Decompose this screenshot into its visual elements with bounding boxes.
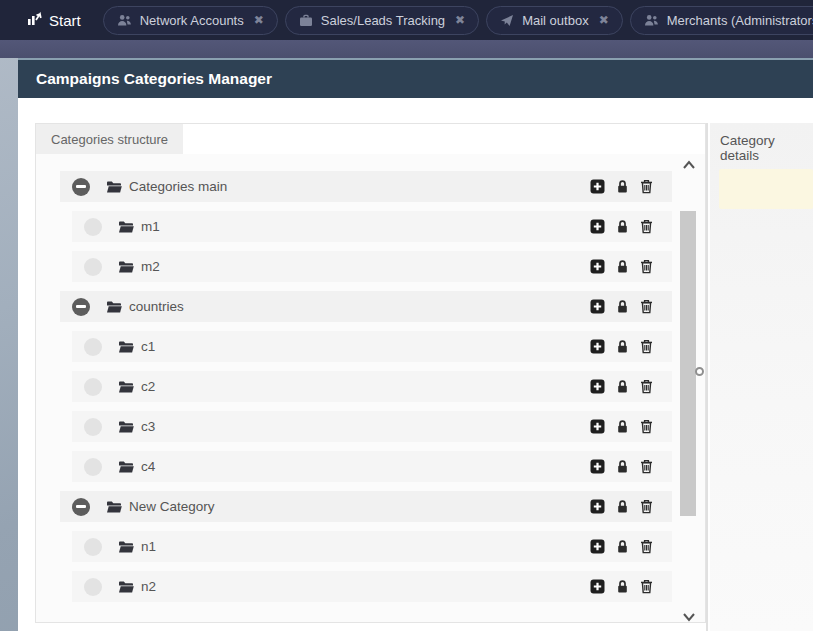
delete-icon[interactable] <box>640 179 653 194</box>
start-button[interactable]: Start <box>27 11 81 29</box>
folder-icon <box>106 500 122 514</box>
campaigns-categories-window: Campaigns Categories Manager Categories … <box>18 58 813 631</box>
add-subcategory-icon[interactable] <box>590 539 605 554</box>
folder-icon <box>118 540 134 554</box>
leaf-placeholder-icon <box>84 458 102 476</box>
row-actions <box>590 379 672 394</box>
add-subcategory-icon[interactable] <box>590 579 605 594</box>
category-label[interactable]: n2 <box>141 579 156 594</box>
tree-row: Categories main <box>60 171 672 202</box>
row-actions <box>590 419 672 434</box>
leaf-placeholder-icon <box>84 578 102 596</box>
add-subcategory-icon[interactable] <box>590 339 605 354</box>
leaf-placeholder-icon <box>84 258 102 276</box>
delete-icon[interactable] <box>640 339 653 354</box>
tab-categories-structure[interactable]: Categories structure <box>36 124 183 154</box>
category-label[interactable]: c4 <box>141 459 155 474</box>
delete-icon[interactable] <box>640 259 653 274</box>
category-label[interactable]: m1 <box>141 219 160 234</box>
send-icon <box>500 14 514 27</box>
taskbar-tab[interactable]: Sales/Leads Tracking✖ <box>285 6 479 35</box>
scrollbar-thumb[interactable] <box>680 211 696 516</box>
lock-icon[interactable] <box>616 579 629 594</box>
folder-icon <box>106 180 122 194</box>
category-label[interactable]: Categories main <box>129 179 227 194</box>
scrollbar-up-icon[interactable] <box>682 156 696 166</box>
lock-icon[interactable] <box>616 179 629 194</box>
category-label[interactable]: countries <box>129 299 184 314</box>
folder-icon <box>118 340 134 354</box>
row-actions <box>590 179 672 194</box>
add-subcategory-icon[interactable] <box>590 419 605 434</box>
leaf-placeholder-icon <box>84 538 102 556</box>
tree-row: c2 <box>72 371 672 402</box>
leaf-placeholder-icon <box>84 338 102 356</box>
category-label[interactable]: m2 <box>141 259 160 274</box>
categories-structure-panel: Categories structure Categories main <box>35 123 706 623</box>
taskbar-tab[interactable]: Merchants (Administrators)✖ <box>630 6 813 35</box>
add-subcategory-icon[interactable] <box>590 299 605 314</box>
tree-row: m2 <box>72 251 672 282</box>
folder-icon <box>118 380 134 394</box>
delete-icon[interactable] <box>640 499 653 514</box>
delete-icon[interactable] <box>640 379 653 394</box>
row-actions <box>590 579 672 594</box>
folder-icon <box>106 300 122 314</box>
lock-icon[interactable] <box>616 499 629 514</box>
category-label[interactable]: c1 <box>141 339 155 354</box>
add-subcategory-icon[interactable] <box>590 219 605 234</box>
tab-label: Categories structure <box>51 132 168 147</box>
lock-icon[interactable] <box>616 299 629 314</box>
leaf-placeholder-icon <box>84 218 102 236</box>
delete-icon[interactable] <box>640 219 653 234</box>
lock-icon[interactable] <box>616 259 629 274</box>
add-subcategory-icon[interactable] <box>590 459 605 474</box>
window-header[interactable]: Campaigns Categories Manager <box>18 60 813 98</box>
collapse-toggle[interactable] <box>72 298 90 316</box>
tree-row: countries <box>60 291 672 322</box>
window-title: Campaigns Categories Manager <box>36 70 272 88</box>
delete-icon[interactable] <box>640 419 653 434</box>
taskbar-tab[interactable]: Network Accounts✖ <box>103 6 278 35</box>
folder-icon <box>118 580 134 594</box>
add-subcategory-icon[interactable] <box>590 499 605 514</box>
category-details-placeholder <box>719 169 813 209</box>
add-subcategory-icon[interactable] <box>590 379 605 394</box>
leaf-placeholder-icon <box>84 378 102 396</box>
category-label[interactable]: New Category <box>129 499 215 514</box>
close-icon[interactable]: ✖ <box>599 13 609 27</box>
lock-icon[interactable] <box>616 539 629 554</box>
lock-icon[interactable] <box>616 419 629 434</box>
lock-icon[interactable] <box>616 459 629 474</box>
category-label[interactable]: n1 <box>141 539 156 554</box>
tree-row: m1 <box>72 211 672 242</box>
folder-icon <box>118 420 134 434</box>
delete-icon[interactable] <box>640 579 653 594</box>
delete-icon[interactable] <box>640 459 653 474</box>
start-chart-icon <box>27 11 42 29</box>
tree-row: New Category <box>60 491 672 522</box>
close-icon[interactable]: ✖ <box>455 13 465 27</box>
close-icon[interactable]: ✖ <box>254 13 264 27</box>
tree-row: c4 <box>72 451 672 482</box>
delete-icon[interactable] <box>640 299 653 314</box>
category-label[interactable]: c3 <box>141 419 155 434</box>
lock-icon[interactable] <box>616 379 629 394</box>
add-subcategory-icon[interactable] <box>590 259 605 274</box>
taskbar-tab-label: Merchants (Administrators) <box>667 13 813 28</box>
collapse-toggle[interactable] <box>72 498 90 516</box>
splitter-handle-icon[interactable] <box>695 367 704 376</box>
category-details-title: Category details <box>710 123 813 163</box>
scrollbar-down-icon[interactable] <box>682 608 696 618</box>
row-actions <box>590 539 672 554</box>
delete-icon[interactable] <box>640 539 653 554</box>
collapse-toggle[interactable] <box>72 178 90 196</box>
taskbar-tab[interactable]: Mail outbox✖ <box>486 6 623 35</box>
row-actions <box>590 219 672 234</box>
add-subcategory-icon[interactable] <box>590 179 605 194</box>
category-label[interactable]: c2 <box>141 379 155 394</box>
lock-icon[interactable] <box>616 339 629 354</box>
category-details-panel: Category details <box>710 123 813 631</box>
lock-icon[interactable] <box>616 219 629 234</box>
panel-divider <box>706 123 708 631</box>
